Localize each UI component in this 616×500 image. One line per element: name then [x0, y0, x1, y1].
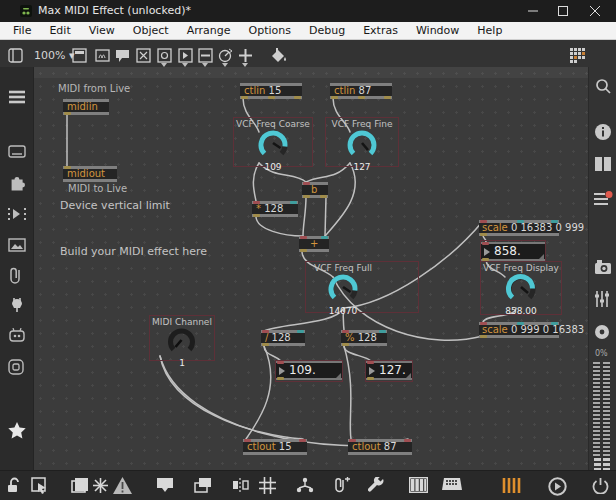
hierarchy-icon[interactable] [296, 477, 313, 494]
dial-vcf-freq-full[interactable]: VCF Freq Full 14070 [308, 263, 378, 316]
object-box-plus[interactable]: + [299, 236, 329, 252]
close-button[interactable] [580, 0, 610, 22]
menu-icon[interactable] [8, 90, 26, 108]
object-box-ctlout-87[interactable]: ctlout 87 [348, 439, 412, 455]
dial-knob[interactable] [165, 327, 199, 355]
object-box-ctlin-87[interactable]: ctlin 87 [330, 83, 392, 99]
message-box-icon[interactable] [178, 48, 193, 63]
display-icon[interactable] [8, 145, 26, 163]
menu-help[interactable]: Help [468, 22, 511, 40]
inlet-nub[interactable] [277, 361, 284, 364]
outlet-nub[interactable] [268, 96, 275, 99]
camera-icon[interactable] [594, 260, 612, 278]
menu-object[interactable]: Object [124, 22, 178, 40]
outlet-nub[interactable] [480, 335, 487, 338]
outlet-nub[interactable] [300, 249, 307, 252]
numbox-coarse-value[interactable]: 109. [276, 361, 342, 380]
inlet-nub[interactable] [517, 322, 524, 325]
inlet-nub[interactable] [482, 242, 489, 245]
object-box-ctlin-15[interactable]: ctlin 15 [240, 83, 302, 99]
flip-icon[interactable] [232, 477, 249, 494]
patch-cord[interactable] [246, 346, 271, 439]
duplicate-icon[interactable] [194, 477, 211, 494]
attach-icon[interactable] [331, 477, 348, 494]
outlet-nub[interactable] [358, 96, 365, 99]
maximize-button[interactable] [548, 0, 578, 22]
outlet-nub[interactable] [241, 96, 248, 99]
inlet-nub[interactable] [300, 236, 307, 239]
patcher-canvas[interactable]: MIDI from Live MIDI to Live Device verti… [34, 67, 588, 470]
dial-knob[interactable] [344, 129, 380, 159]
object-box-icon[interactable] [95, 48, 110, 63]
patch-cord[interactable] [303, 197, 306, 236]
inlet-nub[interactable] [244, 439, 251, 442]
inlet-nub[interactable] [551, 220, 558, 223]
package-icon[interactable] [8, 359, 26, 377]
comment-icon[interactable] [115, 48, 130, 63]
patch-cord[interactable] [256, 217, 303, 236]
patch-cord[interactable] [325, 197, 326, 236]
inlet-nub[interactable] [253, 201, 260, 204]
menu-window[interactable]: Window [407, 22, 468, 40]
menu-arrange[interactable]: Arrange [178, 22, 240, 40]
numbox-fine-value[interactable]: 127. [366, 361, 412, 380]
outlet-nub[interactable] [294, 96, 301, 99]
inlet-nub[interactable] [303, 182, 310, 185]
resize-notch[interactable] [539, 254, 544, 259]
menu-debug[interactable]: Debug [300, 22, 354, 40]
inlet-nub[interactable] [342, 330, 349, 333]
comment-device-vertical-limit[interactable]: Device vertical limit [60, 199, 170, 212]
piano-icon[interactable] [409, 477, 426, 494]
dial-knob[interactable] [503, 273, 539, 303]
comment-midi-to-live[interactable]: MIDI to Live [68, 183, 127, 194]
inlet-nub[interactable] [349, 439, 356, 442]
object-box-times-128[interactable]: * 128 [252, 201, 298, 217]
dial-vcf-freq-coarse[interactable]: VCF Freq Coarse 109 [234, 119, 312, 172]
object-box-div-128[interactable]: / 128 [261, 330, 305, 346]
menu-options[interactable]: Options [240, 22, 300, 40]
outlet-nub[interactable] [277, 377, 284, 380]
inlet-nub[interactable] [379, 330, 386, 333]
outlet-nub[interactable] [384, 96, 391, 99]
add-object-icon[interactable] [238, 48, 253, 63]
object-grid-icon[interactable] [570, 48, 585, 63]
outlet-nub[interactable] [253, 214, 260, 217]
slider-icon[interactable] [198, 48, 213, 63]
number-box-icon[interactable] [157, 48, 172, 63]
object-box-scale-up[interactable]: scale 0 999 0 16383 [479, 322, 559, 338]
inlet-nub[interactable] [262, 330, 269, 333]
bot-icon[interactable] [8, 328, 26, 346]
star-icon[interactable] [8, 422, 26, 440]
numbox-display-input[interactable]: 858. [481, 242, 545, 261]
inlet-nub[interactable] [517, 220, 524, 223]
audio-toggle-icon[interactable] [548, 477, 565, 494]
outlet-nub[interactable] [331, 96, 338, 99]
record-icon[interactable] [594, 324, 612, 342]
dial-midi-channel[interactable]: MIDI Channel 1 [151, 317, 213, 368]
grid-icon[interactable] [259, 477, 276, 494]
midi-activity-icon[interactable] [502, 477, 519, 494]
wrench-icon[interactable] [368, 477, 385, 494]
inlet-nub[interactable] [480, 322, 487, 325]
inlet-nub[interactable] [64, 166, 71, 169]
outlet-nub[interactable] [367, 377, 374, 380]
patch-cord[interactable] [483, 235, 486, 242]
menu-edit[interactable]: Edit [40, 22, 79, 40]
info-icon[interactable] [594, 123, 612, 141]
object-box-bangbang[interactable]: b [302, 182, 328, 198]
search-icon[interactable] [594, 78, 612, 96]
patch-cord[interactable] [325, 163, 355, 236]
menu-file[interactable]: File [4, 22, 40, 40]
outlet-nub[interactable] [262, 343, 269, 346]
outlet-nub[interactable] [482, 258, 489, 261]
outlet-nub[interactable] [303, 195, 310, 198]
minimize-button[interactable] [518, 0, 548, 22]
dial-knob[interactable] [255, 129, 291, 159]
resize-notch[interactable] [336, 373, 341, 378]
outlet-nub[interactable] [342, 343, 349, 346]
sidebar-toggle-icon[interactable] [8, 48, 23, 63]
patch-cord[interactable] [344, 346, 371, 361]
patch-cord[interactable] [344, 346, 351, 439]
comment-build-here[interactable]: Build your MIDI effect here [60, 245, 207, 258]
dial-vcf-freq-display[interactable]: VCF Freq Display 858.00 [482, 263, 560, 316]
